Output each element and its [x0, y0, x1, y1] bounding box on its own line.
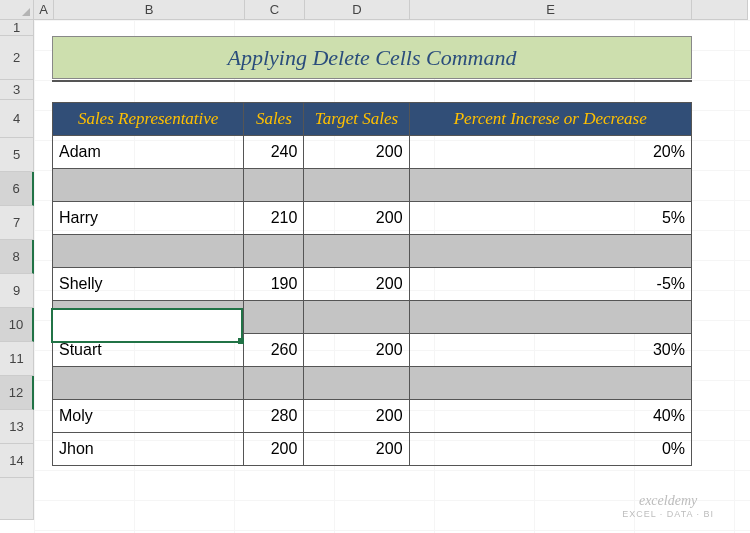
row-header-13[interactable]: 13: [0, 410, 34, 444]
cell-target[interactable]: 200: [304, 202, 409, 235]
cell-name[interactable]: Shelly: [53, 268, 244, 301]
cell-target[interactable]: [304, 301, 409, 334]
cell-sales[interactable]: 210: [244, 202, 304, 235]
column-headers: ABCDE: [0, 0, 748, 20]
row-header-11[interactable]: 11: [0, 342, 34, 376]
table-row: Harry2102005%: [53, 202, 692, 235]
cell-target[interactable]: 200: [304, 136, 409, 169]
column-header-A[interactable]: A: [34, 0, 54, 20]
header-sales[interactable]: Sales: [244, 103, 304, 136]
cell-pct[interactable]: 40%: [409, 400, 691, 433]
cell-target[interactable]: 200: [304, 400, 409, 433]
row-header-blank[interactable]: [0, 478, 34, 520]
header-sales-rep[interactable]: Sales Representative: [53, 103, 244, 136]
page-title: Applying Delete Cells Command: [52, 36, 692, 78]
cell-name[interactable]: Adam: [53, 136, 244, 169]
table-row: [53, 169, 692, 202]
cell-name[interactable]: Jhon: [53, 433, 244, 466]
row-header-3[interactable]: 3: [0, 80, 34, 100]
cell-sales[interactable]: [244, 367, 304, 400]
row-header-1[interactable]: 1: [0, 20, 34, 36]
header-pct[interactable]: Percent Increse or Decrease: [409, 103, 691, 136]
cell-name[interactable]: [53, 367, 244, 400]
grid-body[interactable]: Applying Delete Cells Command Sales Repr…: [34, 20, 750, 533]
row-header-9[interactable]: 9: [0, 274, 34, 308]
cell-target[interactable]: 200: [304, 433, 409, 466]
cell-pct[interactable]: 5%: [409, 202, 691, 235]
cell-pct[interactable]: [409, 367, 691, 400]
table-row: Shelly190200-5%: [53, 268, 692, 301]
column-header-C[interactable]: C: [245, 0, 305, 20]
cell-pct[interactable]: [409, 301, 691, 334]
row-header-2[interactable]: 2: [0, 36, 34, 80]
column-header-B[interactable]: B: [54, 0, 245, 20]
cell-name[interactable]: Moly: [53, 400, 244, 433]
row-header-12[interactable]: 12: [0, 376, 34, 410]
row-header-7[interactable]: 7: [0, 206, 34, 240]
row-headers: 1234567891011121314: [0, 20, 34, 520]
table-row: Moly28020040%: [53, 400, 692, 433]
row-header-4[interactable]: 4: [0, 100, 34, 138]
cell-sales[interactable]: 190: [244, 268, 304, 301]
cell-name[interactable]: Stuart: [53, 334, 244, 367]
column-header-blank[interactable]: [692, 0, 748, 20]
cell-target[interactable]: [304, 235, 409, 268]
cell-pct[interactable]: [409, 169, 691, 202]
cell-sales[interactable]: [244, 235, 304, 268]
table-row: Stuart26020030%: [53, 334, 692, 367]
cell-pct[interactable]: 0%: [409, 433, 691, 466]
cell-target[interactable]: [304, 169, 409, 202]
cell-sales[interactable]: 200: [244, 433, 304, 466]
data-table[interactable]: Sales Representative Sales Target Sales …: [52, 102, 692, 466]
cell-sales[interactable]: 280: [244, 400, 304, 433]
table-row: Adam24020020%: [53, 136, 692, 169]
header-target[interactable]: Target Sales: [304, 103, 409, 136]
row-header-5[interactable]: 5: [0, 138, 34, 172]
cell-pct[interactable]: -5%: [409, 268, 691, 301]
cell-target[interactable]: 200: [304, 268, 409, 301]
cell-target[interactable]: [304, 367, 409, 400]
column-header-D[interactable]: D: [305, 0, 410, 20]
table-body: Adam24020020%Harry2102005%Shelly190200-5…: [53, 136, 692, 466]
row-header-10[interactable]: 10: [0, 308, 34, 342]
cell-pct[interactable]: 20%: [409, 136, 691, 169]
cell-pct[interactable]: 30%: [409, 334, 691, 367]
spreadsheet-area: ABCDE 1234567891011121314 Applying Delet…: [0, 0, 750, 533]
cell-name[interactable]: [53, 235, 244, 268]
cell-name[interactable]: [53, 169, 244, 202]
select-all-corner[interactable]: [0, 0, 34, 20]
table-row: [53, 235, 692, 268]
row-header-6[interactable]: 6: [0, 172, 34, 206]
cell-name[interactable]: Harry: [53, 202, 244, 235]
column-header-E[interactable]: E: [410, 0, 692, 20]
title-underline: [52, 78, 692, 82]
table-row: [53, 301, 692, 334]
cell-name[interactable]: [53, 301, 244, 334]
cell-sales[interactable]: 260: [244, 334, 304, 367]
cell-sales[interactable]: 240: [244, 136, 304, 169]
cell-sales[interactable]: [244, 169, 304, 202]
table-row: [53, 367, 692, 400]
cell-pct[interactable]: [409, 235, 691, 268]
cell-sales[interactable]: [244, 301, 304, 334]
table-header-row: Sales Representative Sales Target Sales …: [53, 103, 692, 136]
table-row: Jhon2002000%: [53, 433, 692, 466]
cell-target[interactable]: 200: [304, 334, 409, 367]
row-header-14[interactable]: 14: [0, 444, 34, 478]
row-header-8[interactable]: 8: [0, 240, 34, 274]
